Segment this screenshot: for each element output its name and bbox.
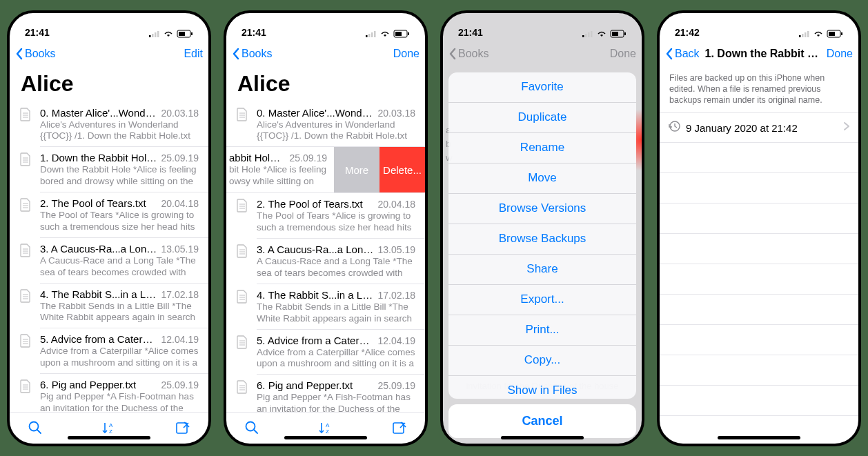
file-date: 25.09.19 xyxy=(290,152,328,163)
file-title: 4. The Rabbit S...in a Little Bill.txt xyxy=(257,289,378,301)
document-icon xyxy=(19,333,33,350)
file-date: 20.03.18 xyxy=(161,108,199,119)
list-item[interactable]: 2. The Pool of Tears.txt20.04.18The Pool… xyxy=(10,192,208,237)
list-item[interactable]: 6. Pig and Pepper.txt25.09.19Pig and Pep… xyxy=(226,375,425,411)
swiped-content[interactable]: abbit Hole.txt25.09.19 bit Hole *Alice i… xyxy=(226,147,334,192)
sheet-item-favorite[interactable]: Favorite xyxy=(448,72,636,102)
sheet-item-duplicate[interactable]: Duplicate xyxy=(448,103,636,132)
home-indicator[interactable] xyxy=(718,436,800,439)
action-sheet: Favorite Duplicate Rename Move Browse Ve… xyxy=(448,72,636,399)
list-item[interactable]: 3. A Caucus-Ra...a Long Tale.txt13.05.19… xyxy=(10,238,208,283)
document-icon xyxy=(236,335,250,352)
svg-rect-78 xyxy=(805,32,807,37)
search-button[interactable] xyxy=(28,420,43,435)
chevron-left-icon xyxy=(15,48,23,60)
back-label: Books xyxy=(25,48,55,60)
sheet-item-show-in-files[interactable]: Show in Files xyxy=(448,376,636,399)
svg-rect-1 xyxy=(152,34,154,37)
file-preview: Down the Rabbit Hole *Alice is feeling b… xyxy=(40,163,199,187)
status-bar: 21:42 xyxy=(660,13,858,39)
phone-4-backups-view: 21:42 Back 1. Down the Rabbit Hole.txt D… xyxy=(657,10,861,446)
svg-rect-76 xyxy=(799,35,801,37)
svg-rect-39 xyxy=(374,31,376,37)
file-title: 3. A Caucus-Ra...a Long Tale.txt xyxy=(40,243,161,255)
cellular-icon xyxy=(366,30,377,37)
more-action-button[interactable]: More xyxy=(334,147,379,192)
backup-entry-label: 9 January 2020 at 21:42 xyxy=(686,122,843,134)
sheet-item-share[interactable]: Share xyxy=(448,255,636,284)
svg-rect-66 xyxy=(393,423,404,433)
svg-rect-36 xyxy=(366,35,368,37)
delete-action-button[interactable]: Delete... xyxy=(379,147,425,192)
navigation-bar: Books Edit xyxy=(10,39,208,68)
document-icon xyxy=(236,244,250,261)
file-title: 2. The Pool of Tears.txt xyxy=(40,197,161,209)
home-indicator[interactable] xyxy=(501,436,584,439)
backups-explanation: Files are backed up on this iPhone when … xyxy=(660,68,858,113)
done-button[interactable]: Done xyxy=(393,48,420,60)
done-button[interactable]: Done xyxy=(827,48,853,60)
sort-button[interactable]: AZ xyxy=(317,420,334,435)
home-indicator[interactable] xyxy=(68,436,150,439)
home-indicator[interactable] xyxy=(284,436,367,439)
sheet-item-rename[interactable]: Rename xyxy=(448,133,636,163)
back-button[interactable]: Books xyxy=(232,48,272,60)
sheet-item-export[interactable]: Export... xyxy=(448,285,636,315)
file-title: 5. Advice from a Caterpillar.txt xyxy=(40,333,161,345)
list-item[interactable]: 6. Pig and Pepper.txt25.09.19Pig and Pep… xyxy=(10,374,208,412)
file-date: 20.04.18 xyxy=(161,198,199,209)
edit-button[interactable]: Edit xyxy=(184,48,203,60)
back-button[interactable]: Back xyxy=(665,48,700,60)
list-item[interactable]: 4. The Rabbit S...in a Little Bill.txt17… xyxy=(10,284,208,328)
document-icon xyxy=(236,198,250,215)
sheet-item-move[interactable]: Move xyxy=(448,163,636,193)
compose-button[interactable] xyxy=(175,420,190,435)
compose-button[interactable] xyxy=(392,420,407,435)
file-preview-truncated: bit Hole *Alice is feeling owsy while si… xyxy=(226,163,327,187)
search-button[interactable] xyxy=(244,420,259,435)
file-title: 1. Down the Rabbit Hole.txt xyxy=(40,152,161,163)
back-button[interactable]: Books xyxy=(15,48,55,60)
list-item[interactable]: 1. Down the Rabbit Hole.txt25.09.19Down … xyxy=(10,147,208,192)
svg-rect-81 xyxy=(829,32,835,36)
svg-text:A: A xyxy=(326,422,330,428)
sheet-item-print[interactable]: Print... xyxy=(448,315,636,345)
file-list[interactable]: 0. Master Alice'...Wonderland.txt20.03.1… xyxy=(226,102,425,412)
file-list[interactable]: 0. Master Alice'...Wonderland.txt20.03.1… xyxy=(10,102,208,412)
list-item[interactable]: 5. Advice from a Caterpillar.txt12.04.19… xyxy=(226,330,425,375)
wifi-icon xyxy=(379,30,391,38)
svg-rect-42 xyxy=(408,32,409,35)
status-time: 21:42 xyxy=(675,27,799,38)
list-item-swiped: abbit Hole.txt25.09.19 bit Hole *Alice i… xyxy=(226,147,425,192)
file-date: 20.03.18 xyxy=(378,108,416,119)
sheet-item-browse-versions[interactable]: Browse Versions xyxy=(448,194,636,224)
list-item[interactable]: 2. The Pool of Tears.txt20.04.18The Pool… xyxy=(226,193,425,238)
svg-rect-33 xyxy=(177,423,187,433)
backup-entry[interactable]: 9 January 2020 at 21:42 xyxy=(660,112,858,143)
file-date: 13.05.19 xyxy=(378,244,416,255)
sheet-item-browse-backups[interactable]: Browse Backups xyxy=(448,224,636,254)
sheet-item-copy[interactable]: Copy... xyxy=(448,346,636,375)
file-preview: Advice from a Caterpillar *Alice comes u… xyxy=(40,345,199,368)
document-icon xyxy=(19,379,33,396)
file-date: 25.09.19 xyxy=(378,380,416,391)
sort-button[interactable]: AZ xyxy=(101,420,117,435)
file-date: 12.04.19 xyxy=(378,335,416,346)
battery-icon xyxy=(827,30,843,38)
status-bar: 21:41 xyxy=(226,13,425,39)
file-preview: Alice's Adventures in Wonderland {{TOC}}… xyxy=(40,119,199,142)
list-item[interactable]: 0. Master Alice'...Wonderland.txt20.03.1… xyxy=(226,102,425,147)
list-item[interactable]: 3. A Caucus-Ra...a Long Tale.txt13.05.19… xyxy=(226,239,425,284)
file-title: 6. Pig and Pepper.txt xyxy=(257,379,378,391)
sheet-cancel-button[interactable]: Cancel xyxy=(448,404,636,438)
svg-line-29 xyxy=(37,430,41,433)
svg-rect-38 xyxy=(371,32,373,37)
file-title-truncated: abbit Hole.txt xyxy=(229,152,290,163)
list-item[interactable]: 4. The Rabbit S...in a Little Bill.txt17… xyxy=(226,284,425,329)
file-preview: The Pool of Tears *Alice is growing to s… xyxy=(257,210,415,233)
list-item[interactable]: 0. Master Alice'...Wonderland.txt20.03.1… xyxy=(10,102,208,147)
document-icon xyxy=(19,107,33,124)
file-title: 0. Master Alice'...Wonderland.txt xyxy=(40,107,161,119)
document-icon xyxy=(236,379,250,397)
list-item[interactable]: 5. Advice from a Caterpillar.txt12.04.19… xyxy=(10,328,208,373)
